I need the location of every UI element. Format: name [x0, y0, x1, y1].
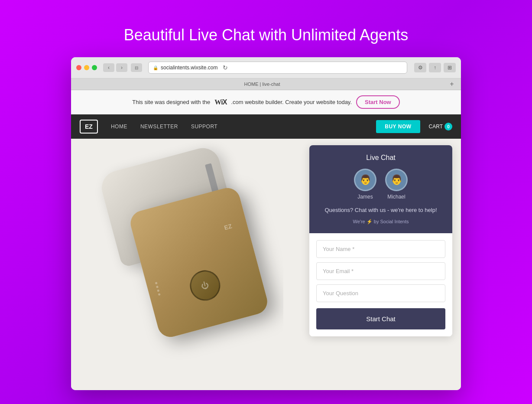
url-text: socialintents.wixsite.com [161, 65, 217, 71]
minimize-button[interactable] [84, 65, 89, 70]
device-button: ⏻ [187, 267, 224, 304]
browser-window: ‹ › ⊟ 🔒 socialintents.wixsite.com ↻ ⚙ ↑ … [71, 57, 461, 390]
agent-michael-avatar: 👨 [385, 169, 408, 191]
cart-count: 0 [444, 123, 452, 130]
cart-label: CART [429, 124, 443, 130]
nav-buttons: ‹ › [103, 63, 127, 72]
agent-james-name: James [357, 194, 373, 200]
agent-james-avatar: 👨 [354, 169, 376, 191]
start-now-button[interactable]: Start Now [356, 95, 400, 109]
refresh-button[interactable]: ↻ [220, 63, 230, 72]
tab-label: HOME | live-chat [76, 81, 448, 87]
start-chat-button[interactable]: Start Chat [316, 308, 445, 329]
nav-link-newsletter[interactable]: NEWSLETTER [140, 124, 178, 130]
wix-banner: This site was designed with the WiX .com… [71, 90, 461, 114]
back-button[interactable]: ‹ [103, 63, 114, 72]
nav-link-home[interactable]: HOME [111, 124, 127, 130]
chat-agents: 👨 James 👨 Michael [318, 169, 444, 200]
nav-links: HOME NEWSLETTER SUPPORT [111, 124, 376, 130]
wix-banner-text-after: .com website builder. Create your websit… [231, 99, 352, 105]
address-bar[interactable]: 🔒 socialintents.wixsite.com ↻ [148, 62, 407, 74]
tab-bar: HOME | live-chat + [71, 78, 461, 90]
device-bottom-image: ⏻ [128, 185, 270, 340]
cart-button[interactable]: CART 0 [429, 123, 452, 130]
maximize-button[interactable] [92, 65, 97, 70]
new-tab-icon-button[interactable]: ⊞ [444, 63, 456, 72]
product-area: ⏻ [71, 139, 283, 390]
sidebar-button[interactable]: ⊟ [131, 63, 142, 72]
chat-email-input[interactable] [316, 262, 445, 280]
nav-link-support[interactable]: SUPPORT [191, 124, 217, 130]
device-dots [155, 282, 161, 296]
extensions-button[interactable]: ⚙ [414, 63, 426, 72]
chat-title: Live Chat [318, 154, 444, 162]
agent-michael-name: Michael [387, 194, 405, 200]
wix-banner-text-before: This site was designed with the [132, 99, 210, 105]
chat-form: Start Chat [309, 233, 452, 336]
agent-michael: 👨 Michael [385, 169, 408, 200]
share-button[interactable]: ↑ [429, 63, 441, 72]
chat-question-input[interactable] [316, 284, 445, 302]
browser-actions: ⚙ ↑ ⊞ [414, 63, 456, 72]
traffic-lights [76, 65, 97, 70]
new-tab-button[interactable]: + [448, 80, 456, 88]
agent-james: 👨 James [354, 169, 376, 200]
close-button[interactable] [76, 65, 81, 70]
chat-tagline: Questions? Chat with us - we're here to … [318, 206, 444, 215]
wix-logo: WiX [214, 98, 227, 106]
forward-button[interactable]: › [116, 63, 127, 72]
lock-icon: 🔒 [153, 65, 158, 70]
site-logo: EZ [80, 120, 98, 134]
site-content: ⏻ Live Chat 👨 James [71, 139, 461, 390]
browser-chrome: ‹ › ⊟ 🔒 socialintents.wixsite.com ↻ ⚙ ↑ … [71, 57, 461, 78]
main-heading: Beautiful Live Chat with Unlimited Agent… [124, 26, 408, 44]
chat-powered-by: We're ⚡ by Social Intents [318, 219, 444, 225]
buy-now-button[interactable]: BUY NOW [376, 120, 420, 133]
chat-name-input[interactable] [316, 240, 445, 258]
site-navigation: EZ HOME NEWSLETTER SUPPORT BUY NOW CART … [71, 114, 461, 139]
live-chat-widget: Live Chat 👨 James 👨 Michael Questions? C… [309, 145, 452, 336]
chat-header: Live Chat 👨 James 👨 Michael Questions? C… [309, 145, 452, 233]
